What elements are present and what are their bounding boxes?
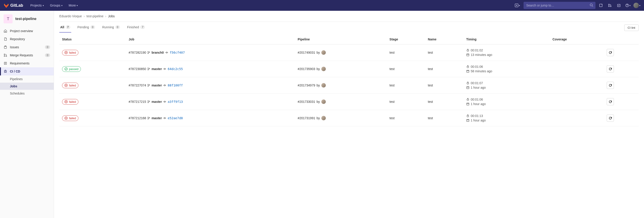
table-row: failed #787227074 master 88f100ff #20173… — [59, 77, 638, 94]
job-id-link[interactable]: #787230850 — [129, 67, 146, 71]
col-name: Name — [425, 34, 464, 44]
commit-sha-link[interactable]: 88f100ff — [168, 83, 183, 87]
tab-count: 7 — [140, 25, 145, 29]
svg-point-3 — [608, 4, 610, 5]
name-cell: test — [425, 94, 464, 110]
sidebar-item-label: CI / CD — [10, 70, 20, 73]
name-cell: test — [425, 77, 464, 94]
tab-label: Running — [102, 25, 114, 29]
ci-lint-button[interactable]: CI lint — [624, 24, 638, 31]
sidebar-item-label: Merge Requests — [10, 53, 33, 57]
sidebar-sub-jobs[interactable]: Jobs — [0, 83, 54, 90]
svg-point-36 — [148, 101, 148, 101]
pipeline-id-link[interactable]: #201749031 — [298, 51, 315, 54]
sidebar-item-project-overview[interactable]: Project overview — [0, 27, 54, 35]
tab-running[interactable]: Running0 — [101, 23, 121, 32]
commit-sha-link[interactable]: e52ae7d8 — [168, 116, 183, 120]
search-input[interactable] — [524, 2, 596, 9]
breadcrumb-owner[interactable]: Eduardo Vioque — [59, 14, 82, 18]
commit-sha-link[interactable]: a3ff9f13 — [168, 100, 183, 103]
user-menu[interactable]: ▾ — [633, 2, 640, 9]
triggerer-avatar[interactable] — [321, 67, 326, 71]
status-badge-passed[interactable]: passed — [62, 66, 81, 72]
triggerer-avatar[interactable] — [321, 50, 326, 55]
duration-text: 00:01:13 — [471, 114, 483, 118]
help-menu[interactable]: ▾ — [624, 2, 632, 9]
sidebar-item-issues[interactable]: Issues 0 — [0, 43, 54, 51]
job-id-link[interactable]: #787282190 — [129, 51, 146, 54]
commit-sha-link[interactable]: 64dc2c55 — [168, 67, 183, 71]
pipeline-id-link[interactable]: #201735903 — [298, 67, 315, 71]
home-icon — [4, 29, 7, 33]
sidebar-sub-schedules[interactable]: Schedules — [0, 90, 54, 97]
status-badge-failed[interactable]: failed — [62, 50, 78, 55]
svg-point-23 — [148, 69, 148, 70]
pipeline-id-link[interactable]: #201731991 — [298, 116, 315, 120]
commit-icon — [163, 84, 166, 87]
sidebar-item-label: Issues — [10, 45, 19, 49]
tab-finished[interactable]: Finished7 — [126, 23, 146, 32]
branch-name[interactable]: master — [152, 67, 162, 71]
issues-shortcut-icon[interactable] — [597, 2, 604, 9]
nav-groups[interactable]: Groups▾ — [48, 2, 65, 9]
branch-name[interactable]: master — [152, 83, 162, 87]
retry-button[interactable] — [607, 65, 614, 72]
col-timing: Timing — [464, 34, 550, 44]
rocket-icon — [4, 70, 7, 73]
finished-text: 58 minutes ago — [471, 69, 492, 73]
status-badge-failed[interactable]: failed — [62, 83, 78, 88]
retry-button[interactable] — [607, 82, 614, 89]
svg-point-45 — [149, 117, 150, 118]
col-job: Job — [126, 34, 295, 44]
gitlab-logo[interactable]: GitLab — [4, 3, 23, 8]
duration-text: 00:01:02 — [471, 48, 483, 52]
svg-point-10 — [4, 54, 5, 55]
status-badge-failed[interactable]: failed — [62, 99, 78, 105]
duration-text: 00:01:06 — [471, 98, 483, 101]
sidebar-sub-pipelines[interactable]: Pipelines — [0, 75, 54, 83]
sidebar-item-merge-requests[interactable]: Merge Requests 0 — [0, 51, 54, 59]
pipeline-id-link[interactable]: #201733031 — [298, 100, 315, 103]
coverage-cell — [550, 44, 604, 61]
branch-name[interactable]: branch0 — [152, 51, 164, 54]
branch-name[interactable]: master — [152, 116, 162, 120]
retry-button[interactable] — [607, 49, 614, 56]
new-menu[interactable]: ▾ — [513, 3, 522, 8]
project-header[interactable]: T test-pipeline — [0, 11, 54, 27]
todos-icon[interactable] — [615, 2, 622, 9]
svg-point-5 — [610, 6, 611, 7]
nav-projects[interactable]: Projects▾ — [28, 2, 46, 9]
retry-button[interactable] — [607, 98, 614, 105]
nav-more[interactable]: More▾ — [66, 2, 81, 9]
breadcrumb-project[interactable]: test-pipeline — [86, 14, 104, 18]
svg-point-22 — [148, 68, 148, 68]
tab-label: All — [60, 25, 64, 29]
svg-point-25 — [164, 68, 166, 69]
retry-button[interactable] — [607, 115, 614, 122]
status-badge-failed[interactable]: failed — [62, 115, 78, 121]
triggerer-avatar[interactable] — [321, 99, 326, 104]
commit-sha-link[interactable]: f56cf407 — [170, 51, 185, 54]
sidebar-item-requirements[interactable]: Requirements — [0, 59, 54, 67]
commit-icon — [165, 51, 168, 54]
job-id-link[interactable]: #787212168 — [129, 116, 146, 120]
merge-requests-shortcut-icon[interactable] — [606, 2, 614, 9]
tab-pending[interactable]: Pending0 — [76, 23, 96, 32]
svg-point-39 — [164, 101, 166, 102]
triggerer-avatar[interactable] — [321, 83, 326, 88]
pipeline-id-link[interactable]: #201734979 — [298, 83, 315, 87]
svg-rect-20 — [467, 54, 469, 56]
triggerer-avatar[interactable] — [321, 116, 326, 120]
status-text: passed — [69, 67, 78, 71]
tab-all[interactable]: All7 — [59, 23, 71, 32]
by-text: by — [316, 67, 320, 71]
sidebar-item-repository[interactable]: Repository — [0, 35, 54, 43]
job-id-link[interactable]: #787217215 — [129, 100, 146, 103]
finished-text: 1 hour ago — [471, 102, 486, 106]
timer-icon — [466, 49, 470, 52]
branch-name[interactable]: master — [152, 100, 162, 103]
duration-text: 00:01:06 — [471, 65, 483, 68]
job-id-link[interactable]: #787227074 — [129, 83, 146, 87]
sidebar-item-ci-cd[interactable]: CI / CD — [0, 67, 54, 75]
svg-point-31 — [149, 84, 150, 85]
